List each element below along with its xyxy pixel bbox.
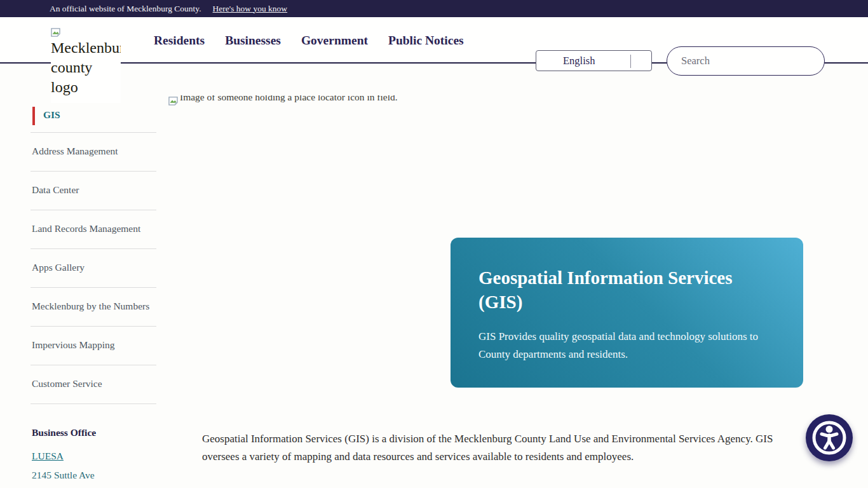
broken-image-icon: [168, 97, 178, 105]
page: An official website of Mecklenburg Count…: [0, 0, 868, 488]
accessibility-widget-button[interactable]: [806, 414, 853, 461]
county-logo-alt-text: Mecklenburg county logo: [51, 38, 121, 97]
site-header: Residents Businesses Government Public N…: [0, 17, 868, 64]
gis-hero-card: Geospatial Information Services (GIS) GI…: [451, 238, 803, 388]
sidebar-item-apps-gallery[interactable]: Apps Gallery: [31, 249, 156, 288]
accessibility-person-icon: [811, 419, 848, 456]
sidebar: GIS Address Management Data Center Land …: [31, 107, 156, 481]
sidebar-item-mecklenburg-by-the-numbers[interactable]: Mecklenburg by the Numbers: [31, 288, 156, 327]
hero-image-alt-text: Image of someone holding a place locator…: [180, 95, 398, 103]
active-item-indicator: [32, 107, 35, 125]
hero-image-broken: Image of someone holding a place locator…: [168, 95, 435, 111]
nav-item-government[interactable]: Government: [301, 34, 368, 48]
language-selector-divider: [630, 55, 631, 68]
sidebar-item-impervious-mapping[interactable]: Impervious Mapping: [31, 327, 156, 365]
sidebar-item-land-records-management[interactable]: Land Records Management: [31, 210, 156, 249]
gis-card-title: Geospatial Information Services (GIS): [478, 266, 739, 314]
gis-card-description: GIS Provides quality geospatial data and…: [478, 328, 775, 363]
sidebar-item-address-management[interactable]: Address Management: [31, 133, 156, 172]
sidebar-item-gis[interactable]: GIS: [31, 107, 156, 133]
language-selected-value: English: [563, 55, 595, 67]
heres-how-you-know-link[interactable]: Here's how you know: [213, 4, 288, 14]
primary-nav: Residents Businesses Government Public N…: [154, 17, 464, 64]
sidebar-item-data-center[interactable]: Data Center: [31, 172, 156, 210]
gis-intro-paragraph: Geospatial Information Services (GIS) is…: [202, 430, 787, 466]
business-office-address: 2145 Suttle Ave: [32, 470, 156, 481]
sidebar-item-customer-service[interactable]: Customer Service: [31, 365, 156, 404]
luesa-link[interactable]: LUESA: [32, 451, 64, 462]
search-input[interactable]: [667, 47, 824, 75]
language-selector[interactable]: English: [536, 50, 652, 71]
broken-image-icon: [51, 28, 60, 37]
official-banner-text: An official website of Mecklenburg Count…: [50, 4, 201, 14]
official-banner: An official website of Mecklenburg Count…: [0, 0, 868, 17]
business-office-heading: Business Office: [32, 427, 156, 438]
sidebar-item-label: GIS: [43, 109, 60, 120]
county-logo[interactable]: Mecklenburg county logo: [51, 28, 121, 103]
search-box: [667, 46, 825, 76]
nav-item-public-notices[interactable]: Public Notices: [388, 34, 464, 48]
nav-item-residents[interactable]: Residents: [154, 34, 205, 48]
business-office-block: Business Office LUESA 2145 Suttle Ave: [31, 427, 156, 481]
nav-item-businesses[interactable]: Businesses: [225, 34, 281, 48]
